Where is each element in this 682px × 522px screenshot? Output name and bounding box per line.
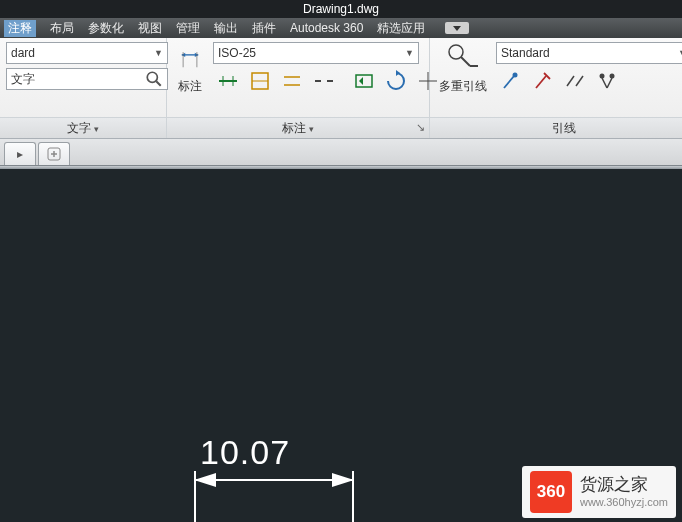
leader-style-value: Standard <box>501 46 550 60</box>
text-find-value: 文字 <box>11 71 35 88</box>
dimension-button-label: 标注 <box>178 78 202 95</box>
dim-style-combo[interactable]: ISO-25 ▼ <box>213 42 419 64</box>
chevron-down-icon: ▼ <box>405 48 414 58</box>
menu-tab-view[interactable]: 视图 <box>138 20 162 37</box>
document-title: Drawing1.dwg <box>303 2 379 16</box>
ribbon: dard ▼ 文字 文字 标注 ISO-25 ▼ <box>0 38 682 139</box>
panel-dimension-title[interactable]: 标注↘ <box>167 117 429 138</box>
watermark-url: www.360hyzj.com <box>580 496 668 509</box>
svg-line-32 <box>607 78 612 88</box>
remove-leader-icon <box>532 70 554 92</box>
file-tab-strip: ▸ <box>0 139 682 166</box>
panel-text: dard ▼ 文字 文字 <box>0 38 167 138</box>
svg-point-24 <box>513 73 518 78</box>
menu-tab-output[interactable]: 输出 <box>214 20 238 37</box>
dimension-line <box>194 479 354 481</box>
panel-leader: 多重引线 Standard ▼ 引线↘ <box>430 38 682 138</box>
leader-tool-2[interactable] <box>528 66 558 96</box>
svg-point-20 <box>449 45 463 59</box>
file-tab[interactable]: ▸ <box>4 142 36 165</box>
break-dim-icon <box>313 70 335 92</box>
file-tab-new[interactable] <box>38 142 70 165</box>
dim-tool-2[interactable] <box>245 66 275 96</box>
panel-dimension: 标注 ISO-25 ▼ 标注↘ <box>167 38 430 138</box>
chevron-down-icon: ▼ <box>678 48 682 58</box>
dim-tool-6[interactable] <box>381 66 411 96</box>
watermark-badge: 360 <box>530 471 572 513</box>
linear-dimension-icon <box>173 42 207 76</box>
dim-tool-5[interactable] <box>349 66 379 96</box>
dimension-text: 10.07 <box>200 433 290 472</box>
watermark-title: 货源之家 <box>580 475 668 495</box>
dim-tool-4[interactable] <box>309 66 339 96</box>
dim-tool-3[interactable] <box>277 66 307 96</box>
dimension-arrow-left <box>194 473 216 487</box>
baseline-dim-icon <box>281 70 303 92</box>
update-dim-icon <box>385 70 407 92</box>
menu-tab-annotate[interactable]: 注释 <box>4 20 36 37</box>
dimension-arrow-right <box>332 473 354 487</box>
multileader-button[interactable]: 多重引线 <box>436 42 490 95</box>
dim-style-value: ISO-25 <box>218 46 256 60</box>
watermark: 360 货源之家 www.360hyzj.com <box>522 466 676 518</box>
dim-tool-1[interactable] <box>213 66 243 96</box>
leader-tool-3[interactable] <box>560 66 590 96</box>
search-icon <box>145 70 163 88</box>
text-style-combo[interactable]: dard ▼ <box>6 42 168 64</box>
svg-rect-16 <box>356 75 372 87</box>
panel-leader-title[interactable]: 引线↘ <box>430 117 682 138</box>
svg-line-23 <box>504 76 514 88</box>
svg-line-31 <box>602 78 607 88</box>
drawing-canvas[interactable]: 10.07 360 货源之家 www.360hyzj.com <box>0 169 682 522</box>
menu-tab-a360[interactable]: Autodesk 360 <box>290 21 363 35</box>
workspace-switcher[interactable] <box>445 22 469 34</box>
svg-line-21 <box>461 57 470 66</box>
svg-line-28 <box>576 76 583 86</box>
menu-tab-parametric[interactable]: 参数化 <box>88 20 124 37</box>
dimension-button[interactable]: 标注 <box>173 42 207 95</box>
collect-leader-icon <box>596 70 618 92</box>
text-find-combo[interactable]: 文字 <box>6 68 168 90</box>
multileader-icon <box>446 42 480 76</box>
add-leader-icon <box>500 70 522 92</box>
svg-line-1 <box>156 81 161 86</box>
panel-text-title[interactable]: 文字 <box>0 117 166 138</box>
tolerance-icon <box>353 70 375 92</box>
leader-tool-1[interactable] <box>496 66 526 96</box>
quick-dim-icon <box>249 70 271 92</box>
svg-point-29 <box>600 74 605 79</box>
chevron-left-icon: ▸ <box>17 147 23 161</box>
menu-bar: 注释 布局 参数化 视图 管理 输出 插件 Autodesk 360 精选应用 <box>0 18 682 38</box>
continue-dim-icon <box>217 70 239 92</box>
menu-tab-plugins[interactable]: 插件 <box>252 20 276 37</box>
menu-tab-manage[interactable]: 管理 <box>176 20 200 37</box>
title-bar: Drawing1.dwg <box>0 0 682 18</box>
chevron-down-icon: ▼ <box>154 48 163 58</box>
svg-point-30 <box>610 74 615 79</box>
leader-tool-4[interactable] <box>592 66 622 96</box>
multileader-button-label: 多重引线 <box>439 78 487 95</box>
menu-tab-layout[interactable]: 布局 <box>50 20 74 37</box>
svg-line-27 <box>567 76 574 86</box>
menu-tab-featured[interactable]: 精选应用 <box>377 20 425 37</box>
svg-marker-17 <box>396 70 400 76</box>
svg-point-0 <box>147 72 157 82</box>
align-leader-icon <box>564 70 586 92</box>
plus-tab-icon <box>47 147 61 161</box>
text-style-value: dard <box>11 46 35 60</box>
leader-style-combo[interactable]: Standard ▼ <box>496 42 682 64</box>
panel-launcher-icon[interactable]: ↘ <box>414 121 426 133</box>
svg-line-25 <box>536 76 546 88</box>
